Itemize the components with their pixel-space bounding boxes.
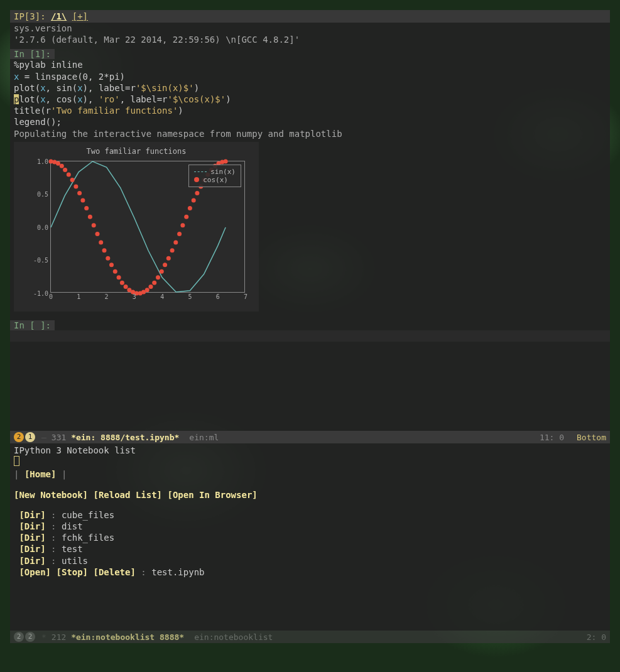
svg-point-32 xyxy=(163,263,167,267)
code-line: %pylab inline xyxy=(14,59,606,70)
legend-label: sin(x) xyxy=(210,168,236,176)
empty-code-cell[interactable] xyxy=(10,330,610,342)
svg-point-2 xyxy=(56,161,60,165)
dir-entry: [Dir] : fchk_files xyxy=(14,532,606,543)
x-tick-label: 5 xyxy=(188,292,192,300)
x-tick-label: 4 xyxy=(160,292,164,300)
svg-point-7 xyxy=(73,184,78,188)
nb-list-title: IPython 3 Notebook list xyxy=(14,445,606,456)
dir-entry: [Dir] : dist xyxy=(14,521,606,532)
breadcrumb: | [Home] | xyxy=(14,469,606,480)
code-line: title(r'Two familiar functions') xyxy=(14,105,606,116)
badge-window[interactable]: 1 xyxy=(25,432,35,442)
svg-point-10 xyxy=(84,206,89,210)
dir-button[interactable]: [Dir] xyxy=(19,533,45,543)
action-buttons: [New Notebook] [Reload List] [Open In Br… xyxy=(14,489,606,501)
notebook-pane: IP[3]: /1\ [+] sys.version '2.7.6 (defau… xyxy=(10,10,610,431)
svg-point-19 xyxy=(117,275,121,279)
home-button[interactable]: [Home] xyxy=(24,469,57,479)
svg-point-6 xyxy=(70,178,75,182)
svg-point-39 xyxy=(188,206,192,210)
svg-point-30 xyxy=(156,275,160,279)
cell-stdout: Populating the interactive namespace fro… xyxy=(10,128,610,139)
svg-point-9 xyxy=(80,198,85,202)
badge-window[interactable]: 2 xyxy=(25,632,35,642)
tab-add[interactable]: [+] xyxy=(72,11,88,21)
dir-entry: [Dir] : utils xyxy=(14,555,606,566)
plot-legend: sin(x) cos(x) xyxy=(188,165,241,187)
major-mode: ein:notebooklist xyxy=(194,632,273,642)
output-line: '2.7.6 (default, Mar 22 2014, 22:59:56) … xyxy=(14,34,606,45)
svg-point-18 xyxy=(113,269,117,273)
cursor xyxy=(14,456,19,466)
svg-point-31 xyxy=(160,269,164,273)
badge-workspace[interactable]: 2 xyxy=(14,632,24,642)
tab-prefix: IP[3]: xyxy=(14,11,51,21)
dir-button[interactable]: [Dir] xyxy=(19,556,45,566)
reload-list-button[interactable]: [Reload List] xyxy=(93,490,162,500)
dir-button[interactable]: [Dir] xyxy=(19,510,45,520)
x-tick-label: 1 xyxy=(77,292,80,300)
y-tick-label: 1.0 xyxy=(37,158,51,165)
svg-point-33 xyxy=(166,256,171,260)
buffer-name: *ein:notebooklist 8888* xyxy=(71,632,184,642)
tab-header: IP[3]: /1\ [+] xyxy=(10,10,610,23)
code-line: plot(x, sin(x), label=r'$\sin(x)$') xyxy=(14,82,606,94)
svg-point-21 xyxy=(124,285,128,289)
svg-point-14 xyxy=(99,240,103,244)
tab-active[interactable]: /1\ xyxy=(51,11,67,21)
cell-prompt-empty: In [ ]: xyxy=(10,320,55,330)
x-tick-label: 3 xyxy=(133,292,136,300)
badge-workspace[interactable]: 2 xyxy=(14,432,24,442)
cursor-position: 2: 0 xyxy=(587,632,606,642)
dir-name: utils xyxy=(62,556,88,566)
plot-area: sin(x) cos(x) -1.0-0.50.00.51.0 01234567 xyxy=(50,161,245,293)
cursor-position: 11: 0 xyxy=(540,433,564,442)
new-notebook-button[interactable]: [New Notebook] xyxy=(14,490,88,500)
dir-name: fchk_files xyxy=(62,533,114,543)
code-cell[interactable]: %pylab inline x = linspace(0, 2*pi) plot… xyxy=(10,59,610,127)
dir-name: dist xyxy=(62,521,83,531)
legend-line-icon xyxy=(194,171,207,172)
svg-point-16 xyxy=(106,256,110,260)
cell-prompt: In [1]: xyxy=(10,49,55,59)
code-line: x = linspace(0, 2*pi) xyxy=(14,71,606,82)
plot-output: Two familiar functions sin(x) cos(x) -1.… xyxy=(14,142,259,312)
svg-point-27 xyxy=(145,288,150,292)
x-tick-label: 7 xyxy=(244,292,247,300)
buffer-name: *ein: 8888/test.ipynb* xyxy=(71,433,179,442)
svg-point-4 xyxy=(63,168,67,172)
y-tick-label: -0.5 xyxy=(33,257,51,264)
dir-button[interactable]: [Dir] xyxy=(19,521,45,531)
svg-point-29 xyxy=(152,280,156,285)
open-button[interactable]: [Open] xyxy=(19,567,51,577)
svg-point-49 xyxy=(224,159,228,163)
code-line: plot(x, cos(x), 'ro', label=r'$\cos(x)$'… xyxy=(14,94,606,105)
line-number: 331 xyxy=(52,433,66,442)
svg-point-17 xyxy=(109,263,114,267)
x-tick-label: 2 xyxy=(105,292,109,300)
file-entry: [Open] [Stop] [Delete] : test.ipynb xyxy=(14,566,606,578)
svg-point-40 xyxy=(192,198,196,202)
dir-button[interactable]: [Dir] xyxy=(19,544,45,554)
svg-point-35 xyxy=(173,240,178,244)
svg-point-37 xyxy=(180,223,185,227)
dir-name: cube_files xyxy=(62,510,114,520)
output-line: sys.version xyxy=(14,23,606,34)
scroll-position: Bottom xyxy=(577,433,606,442)
legend-dot-icon xyxy=(194,177,199,182)
stop-button[interactable]: [Stop] xyxy=(56,567,88,577)
line-number: 212 xyxy=(52,632,66,642)
delete-button[interactable]: [Delete] xyxy=(93,567,135,577)
notebook-list-pane: IPython 3 Notebook list | [Home] | [New … xyxy=(10,443,610,631)
svg-point-11 xyxy=(88,214,92,219)
open-in-browser-button[interactable]: [Open In Browser] xyxy=(167,490,257,500)
x-tick-label: 0 xyxy=(49,292,53,300)
svg-point-3 xyxy=(60,163,64,168)
code-line: legend(); xyxy=(14,116,606,127)
major-mode: ein:ml xyxy=(189,433,219,442)
y-tick-label: -1.0 xyxy=(33,290,51,296)
svg-point-36 xyxy=(177,232,182,236)
svg-point-20 xyxy=(120,280,124,285)
svg-point-5 xyxy=(67,172,71,176)
